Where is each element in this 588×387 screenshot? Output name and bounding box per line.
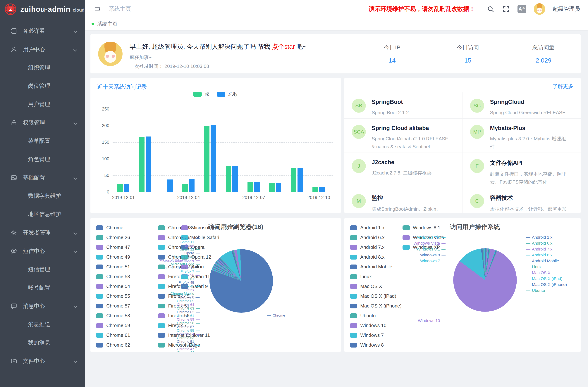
stat-block: 今日访问15 bbox=[433, 34, 503, 73]
legend-item-Android 1.x[interactable]: Android 1.x bbox=[350, 225, 385, 231]
legend-item-Mac OS X[interactable]: Mac OS X bbox=[350, 284, 382, 289]
menu-fold-icon[interactable] bbox=[93, 5, 102, 13]
learn-more-link[interactable]: 了解更多 bbox=[553, 83, 573, 90]
sidebar-item-文件中心[interactable]: 文件中心 bbox=[0, 352, 85, 370]
tech-card-desc: SpringCloudAlibaba2.1.0.RELEASE & nacos … bbox=[372, 135, 456, 151]
legend-item-您[interactable]: 您 bbox=[193, 91, 210, 97]
sidebar-subitem-岗位管理[interactable]: 岗位管理 bbox=[0, 77, 85, 95]
pie-label-Windows 10: Windows 10 bbox=[418, 318, 447, 323]
x-axis-label: 2019-12-10 bbox=[302, 195, 335, 200]
sidebar-subitem-角色管理[interactable]: 角色管理 bbox=[0, 150, 85, 168]
browser-chart-card: 访问用户浏览器(16) ChromeChrome 26Chrome 47Chro… bbox=[90, 218, 341, 352]
tech-avatar: SCA bbox=[352, 125, 366, 139]
tech-card-body: Spring Cloud alibabaSpringCloudAlibaba2.… bbox=[372, 123, 456, 151]
legend-item-Windows 8[interactable]: Windows 8 bbox=[350, 342, 384, 348]
user-avatar[interactable] bbox=[534, 3, 545, 15]
demo-warning-text: 演示环境维护不易，请勿乱删乱改数据！ bbox=[369, 5, 475, 13]
legend-swatch bbox=[158, 284, 165, 289]
pie-label-Firefox 42: Firefox 42 bbox=[179, 284, 201, 288]
legend-item-Chrome 53[interactable]: Chrome 53 bbox=[96, 274, 130, 280]
tech-card-header: 了解更多 bbox=[344, 78, 581, 92]
sidebar-item-用户中心[interactable]: 用户中心 bbox=[0, 40, 85, 59]
sidebar-item-权限管理[interactable]: 权限管理 bbox=[0, 113, 85, 132]
sidebar-subitem-消息推送[interactable]: 消息推送 bbox=[0, 315, 85, 333]
legend-item-Windows 8.1[interactable]: Windows 8.1 bbox=[402, 225, 440, 231]
legend-item-Chrome 49[interactable]: Chrome 49 bbox=[96, 254, 130, 260]
sidebar-item-开发者管理[interactable]: 开发者管理 bbox=[0, 223, 85, 242]
legend-item-Chrome 47[interactable]: Chrome 47 bbox=[96, 244, 130, 250]
legend-label: Windows 8 bbox=[360, 342, 384, 348]
legend-swatch bbox=[402, 245, 410, 250]
legend-item-Windows 10[interactable]: Windows 10 bbox=[350, 323, 386, 328]
sidebar-item-label: 短信中心 bbox=[23, 247, 45, 255]
legend-item-Chrome 61[interactable]: Chrome 61 bbox=[96, 332, 130, 338]
sidebar-subitem-用户管理[interactable]: 用户管理 bbox=[0, 95, 85, 113]
bar-总数 bbox=[167, 180, 173, 192]
tech-avatar: M bbox=[352, 194, 366, 208]
legend-item-Chrome 59[interactable]: Chrome 59 bbox=[96, 323, 130, 328]
legend-item-Windows 7[interactable]: Windows 7 bbox=[350, 332, 384, 338]
fullscreen-icon[interactable] bbox=[502, 5, 510, 13]
sidebar-subitem-我的消息[interactable]: 我的消息 bbox=[0, 333, 85, 352]
sidebar-subitem-菜单配置[interactable]: 菜单配置 bbox=[0, 132, 85, 150]
legend-item-Chrome 58[interactable]: Chrome 58 bbox=[96, 313, 130, 319]
sidebar-subitem-账号配置[interactable]: 账号配置 bbox=[0, 279, 85, 297]
language-switch-icon[interactable]: A文 bbox=[518, 5, 526, 13]
legend-item-Mac OS X (iPad)[interactable]: Mac OS X (iPad) bbox=[350, 293, 396, 299]
tab-home[interactable]: 系统主页 bbox=[85, 18, 124, 30]
sidebar-menu: 务必详看用户中心组织管理岗位管理用户管理权限管理菜单配置角色管理基础配置数据字典… bbox=[0, 22, 85, 370]
legend-label: Windows 10 bbox=[360, 323, 386, 328]
legend-item-Chrome 62[interactable]: Chrome 62 bbox=[96, 342, 130, 348]
legend-label: Chrome 53 bbox=[106, 274, 130, 280]
sidebar-item-消息中心[interactable]: 消息中心 bbox=[0, 297, 85, 315]
pie-label-Chrome 47: Chrome 47 bbox=[177, 347, 201, 351]
legend-label: Chrome 59 bbox=[106, 323, 130, 328]
legend-swatch bbox=[96, 333, 103, 338]
tech-card-desc: 封装文件接口，实现本地存储、阿里云、FastDFS存储的配置化 bbox=[490, 170, 574, 186]
legend-item-Linux[interactable]: Linux bbox=[350, 274, 372, 280]
legend-label: Android 7.x bbox=[360, 244, 385, 250]
legend-item-Ubuntu[interactable]: Ubuntu bbox=[350, 313, 376, 319]
chart-title: 近十天系统访问记录 bbox=[97, 83, 147, 91]
bar-chart: 0501001502002502019-12-012019-12-042019-… bbox=[96, 105, 335, 205]
pie-label-Firefox 7: Firefox 7 bbox=[181, 269, 201, 274]
legend-item-Android 8.x[interactable]: Android 8.x bbox=[350, 254, 385, 260]
tech-card-body: Mybatis-PlusMybatis-plus 3.2.0：Mybatis 增… bbox=[490, 123, 574, 151]
x-axis-line bbox=[113, 192, 333, 192]
legend-item-Android Mobile[interactable]: Android Mobile bbox=[350, 264, 392, 270]
legend-item-Microsoft Edge Mobile[interactable]: Microsoft Edge Mobile bbox=[181, 225, 239, 231]
pie-label-Mac OS X (iPad): Mac OS X (iPad) bbox=[525, 276, 562, 281]
pie-label-Microsoft Edge Mobile: Microsoft Edge Mobile bbox=[159, 258, 201, 263]
legend-item-Chrome 55[interactable]: Chrome 55 bbox=[96, 293, 130, 299]
legend-item-Chrome 26[interactable]: Chrome 26 bbox=[96, 235, 130, 240]
sidebar-subitem-组织管理[interactable]: 组织管理 bbox=[0, 59, 85, 77]
sidebar-subitem-地区信息维护[interactable]: 地区信息维护 bbox=[0, 205, 85, 223]
legend-swatch bbox=[96, 255, 103, 260]
legend-item-Chrome[interactable]: Chrome bbox=[96, 225, 123, 231]
pie-label-Mobile Safari: Mobile Safari bbox=[174, 255, 201, 259]
sidebar-subitem-数据字典维护[interactable]: 数据字典维护 bbox=[0, 187, 85, 205]
legend-item-Android 6.x[interactable]: Android 6.x bbox=[350, 235, 385, 240]
legend-item-总数[interactable]: 总数 bbox=[217, 91, 238, 97]
chevron-down-icon bbox=[73, 29, 77, 33]
legend-label: Android Mobile bbox=[360, 264, 392, 270]
breadcrumb[interactable]: 系统主页 bbox=[109, 5, 131, 13]
pie-label-Chrome Mobile: Chrome Mobile bbox=[170, 292, 201, 296]
search-icon[interactable] bbox=[486, 5, 495, 13]
legend-item-Android 7.x[interactable]: Android 7.x bbox=[350, 244, 385, 250]
legend-item-Mac OS X (iPhone)[interactable]: Mac OS X (iPhone) bbox=[350, 303, 402, 309]
legend-swatch bbox=[158, 274, 165, 279]
sidebar-subitem-短信管理[interactable]: 短信管理 bbox=[0, 260, 85, 279]
brand-logo[interactable]: Z zuihou-admin cloud bbox=[0, 0, 85, 19]
legend-item-Chrome 51[interactable]: Chrome 51 bbox=[96, 264, 130, 270]
legend-item-Chrome 54[interactable]: Chrome 54 bbox=[96, 284, 130, 289]
legend-swatch bbox=[350, 323, 357, 328]
username[interactable]: 超级管理员 bbox=[553, 5, 580, 13]
legend-swatch bbox=[158, 235, 165, 240]
sidebar-item-基础配置[interactable]: 基础配置 bbox=[0, 168, 85, 187]
legend-swatch bbox=[350, 235, 357, 240]
sidebar-item-务必详看[interactable]: 务必详看 bbox=[0, 22, 85, 40]
tech-card: C容器技术虚拟化容器技术，让迁移、部署更加方便快捷 bbox=[462, 188, 581, 213]
legend-item-Chrome 57[interactable]: Chrome 57 bbox=[96, 303, 130, 309]
sidebar-item-短信中心[interactable]: 短信中心 bbox=[0, 242, 85, 260]
